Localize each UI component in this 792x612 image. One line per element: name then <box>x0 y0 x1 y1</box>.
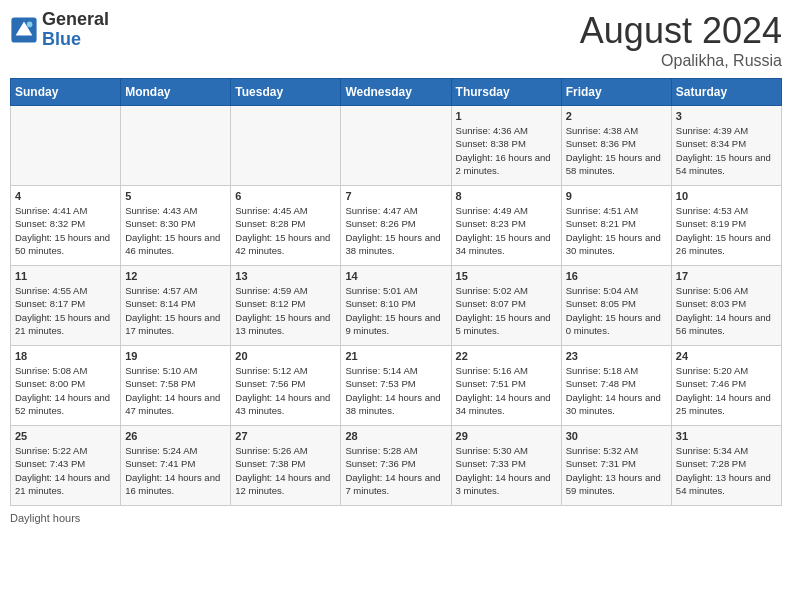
day-info: Sunrise: 4:39 AM Sunset: 8:34 PM Dayligh… <box>676 124 777 177</box>
calendar-cell: 31Sunrise: 5:34 AM Sunset: 7:28 PM Dayli… <box>671 426 781 506</box>
day-info: Sunrise: 5:30 AM Sunset: 7:33 PM Dayligh… <box>456 444 557 497</box>
calendar-cell: 25Sunrise: 5:22 AM Sunset: 7:43 PM Dayli… <box>11 426 121 506</box>
logo-text: General Blue <box>42 10 109 50</box>
day-info: Sunrise: 5:10 AM Sunset: 7:58 PM Dayligh… <box>125 364 226 417</box>
calendar-cell: 6Sunrise: 4:45 AM Sunset: 8:28 PM Daylig… <box>231 186 341 266</box>
day-number: 5 <box>125 190 226 202</box>
day-info: Sunrise: 5:14 AM Sunset: 7:53 PM Dayligh… <box>345 364 446 417</box>
calendar-cell: 26Sunrise: 5:24 AM Sunset: 7:41 PM Dayli… <box>121 426 231 506</box>
day-info: Sunrise: 4:41 AM Sunset: 8:32 PM Dayligh… <box>15 204 116 257</box>
day-number: 19 <box>125 350 226 362</box>
week-row-3: 18Sunrise: 5:08 AM Sunset: 8:00 PM Dayli… <box>11 346 782 426</box>
calendar-cell: 17Sunrise: 5:06 AM Sunset: 8:03 PM Dayli… <box>671 266 781 346</box>
day-info: Sunrise: 4:59 AM Sunset: 8:12 PM Dayligh… <box>235 284 336 337</box>
day-number: 24 <box>676 350 777 362</box>
day-info: Sunrise: 4:57 AM Sunset: 8:14 PM Dayligh… <box>125 284 226 337</box>
day-number: 1 <box>456 110 557 122</box>
day-info: Sunrise: 5:24 AM Sunset: 7:41 PM Dayligh… <box>125 444 226 497</box>
day-number: 10 <box>676 190 777 202</box>
day-info: Sunrise: 4:49 AM Sunset: 8:23 PM Dayligh… <box>456 204 557 257</box>
day-info: Sunrise: 5:18 AM Sunset: 7:48 PM Dayligh… <box>566 364 667 417</box>
page-header: General Blue August 2024 Opalikha, Russi… <box>10 10 782 70</box>
calendar-cell: 12Sunrise: 4:57 AM Sunset: 8:14 PM Dayli… <box>121 266 231 346</box>
week-row-4: 25Sunrise: 5:22 AM Sunset: 7:43 PM Dayli… <box>11 426 782 506</box>
day-info: Sunrise: 4:53 AM Sunset: 8:19 PM Dayligh… <box>676 204 777 257</box>
calendar-cell: 16Sunrise: 5:04 AM Sunset: 8:05 PM Dayli… <box>561 266 671 346</box>
day-info: Sunrise: 4:51 AM Sunset: 8:21 PM Dayligh… <box>566 204 667 257</box>
day-info: Sunrise: 4:45 AM Sunset: 8:28 PM Dayligh… <box>235 204 336 257</box>
day-info: Sunrise: 4:55 AM Sunset: 8:17 PM Dayligh… <box>15 284 116 337</box>
calendar-cell: 28Sunrise: 5:28 AM Sunset: 7:36 PM Dayli… <box>341 426 451 506</box>
footer: Daylight hours <box>10 512 782 524</box>
calendar-cell: 22Sunrise: 5:16 AM Sunset: 7:51 PM Dayli… <box>451 346 561 426</box>
calendar-cell <box>341 106 451 186</box>
day-header-friday: Friday <box>561 79 671 106</box>
day-number: 20 <box>235 350 336 362</box>
calendar-cell: 7Sunrise: 4:47 AM Sunset: 8:26 PM Daylig… <box>341 186 451 266</box>
day-info: Sunrise: 5:12 AM Sunset: 7:56 PM Dayligh… <box>235 364 336 417</box>
day-header-saturday: Saturday <box>671 79 781 106</box>
calendar-cell: 8Sunrise: 4:49 AM Sunset: 8:23 PM Daylig… <box>451 186 561 266</box>
main-title: August 2024 <box>580 10 782 52</box>
calendar-cell: 1Sunrise: 4:36 AM Sunset: 8:38 PM Daylig… <box>451 106 561 186</box>
day-info: Sunrise: 5:22 AM Sunset: 7:43 PM Dayligh… <box>15 444 116 497</box>
day-number: 29 <box>456 430 557 442</box>
day-info: Sunrise: 5:20 AM Sunset: 7:46 PM Dayligh… <box>676 364 777 417</box>
calendar-cell <box>121 106 231 186</box>
day-info: Sunrise: 4:38 AM Sunset: 8:36 PM Dayligh… <box>566 124 667 177</box>
day-number: 15 <box>456 270 557 282</box>
week-row-0: 1Sunrise: 4:36 AM Sunset: 8:38 PM Daylig… <box>11 106 782 186</box>
day-number: 3 <box>676 110 777 122</box>
day-number: 22 <box>456 350 557 362</box>
day-header-thursday: Thursday <box>451 79 561 106</box>
day-number: 26 <box>125 430 226 442</box>
calendar-cell: 3Sunrise: 4:39 AM Sunset: 8:34 PM Daylig… <box>671 106 781 186</box>
calendar-cell <box>231 106 341 186</box>
day-header-wednesday: Wednesday <box>341 79 451 106</box>
calendar-cell: 9Sunrise: 4:51 AM Sunset: 8:21 PM Daylig… <box>561 186 671 266</box>
calendar-cell: 23Sunrise: 5:18 AM Sunset: 7:48 PM Dayli… <box>561 346 671 426</box>
title-block: August 2024 Opalikha, Russia <box>580 10 782 70</box>
day-number: 27 <box>235 430 336 442</box>
calendar-cell: 21Sunrise: 5:14 AM Sunset: 7:53 PM Dayli… <box>341 346 451 426</box>
day-info: Sunrise: 4:36 AM Sunset: 8:38 PM Dayligh… <box>456 124 557 177</box>
calendar-cell: 10Sunrise: 4:53 AM Sunset: 8:19 PM Dayli… <box>671 186 781 266</box>
day-number: 4 <box>15 190 116 202</box>
day-info: Sunrise: 5:08 AM Sunset: 8:00 PM Dayligh… <box>15 364 116 417</box>
day-info: Sunrise: 4:43 AM Sunset: 8:30 PM Dayligh… <box>125 204 226 257</box>
day-number: 18 <box>15 350 116 362</box>
day-number: 12 <box>125 270 226 282</box>
calendar-cell: 20Sunrise: 5:12 AM Sunset: 7:56 PM Dayli… <box>231 346 341 426</box>
logo-blue: Blue <box>42 29 81 49</box>
day-number: 28 <box>345 430 446 442</box>
calendar-cell: 5Sunrise: 4:43 AM Sunset: 8:30 PM Daylig… <box>121 186 231 266</box>
calendar-cell: 29Sunrise: 5:30 AM Sunset: 7:33 PM Dayli… <box>451 426 561 506</box>
calendar-cell: 4Sunrise: 4:41 AM Sunset: 8:32 PM Daylig… <box>11 186 121 266</box>
day-number: 23 <box>566 350 667 362</box>
day-number: 8 <box>456 190 557 202</box>
day-info: Sunrise: 5:26 AM Sunset: 7:38 PM Dayligh… <box>235 444 336 497</box>
logo-icon <box>10 16 38 44</box>
day-info: Sunrise: 5:28 AM Sunset: 7:36 PM Dayligh… <box>345 444 446 497</box>
day-number: 9 <box>566 190 667 202</box>
calendar-cell: 24Sunrise: 5:20 AM Sunset: 7:46 PM Dayli… <box>671 346 781 426</box>
daylight-label: Daylight hours <box>10 512 80 524</box>
calendar-cell: 11Sunrise: 4:55 AM Sunset: 8:17 PM Dayli… <box>11 266 121 346</box>
day-number: 2 <box>566 110 667 122</box>
day-info: Sunrise: 5:01 AM Sunset: 8:10 PM Dayligh… <box>345 284 446 337</box>
day-number: 30 <box>566 430 667 442</box>
day-number: 17 <box>676 270 777 282</box>
day-info: Sunrise: 5:34 AM Sunset: 7:28 PM Dayligh… <box>676 444 777 497</box>
day-info: Sunrise: 5:32 AM Sunset: 7:31 PM Dayligh… <box>566 444 667 497</box>
calendar-header-row: SundayMondayTuesdayWednesdayThursdayFrid… <box>11 79 782 106</box>
calendar-table: SundayMondayTuesdayWednesdayThursdayFrid… <box>10 78 782 506</box>
day-number: 11 <box>15 270 116 282</box>
day-number: 21 <box>345 350 446 362</box>
calendar-cell: 15Sunrise: 5:02 AM Sunset: 8:07 PM Dayli… <box>451 266 561 346</box>
day-header-sunday: Sunday <box>11 79 121 106</box>
day-info: Sunrise: 5:06 AM Sunset: 8:03 PM Dayligh… <box>676 284 777 337</box>
day-number: 6 <box>235 190 336 202</box>
calendar-cell: 14Sunrise: 5:01 AM Sunset: 8:10 PM Dayli… <box>341 266 451 346</box>
day-info: Sunrise: 5:16 AM Sunset: 7:51 PM Dayligh… <box>456 364 557 417</box>
day-number: 25 <box>15 430 116 442</box>
